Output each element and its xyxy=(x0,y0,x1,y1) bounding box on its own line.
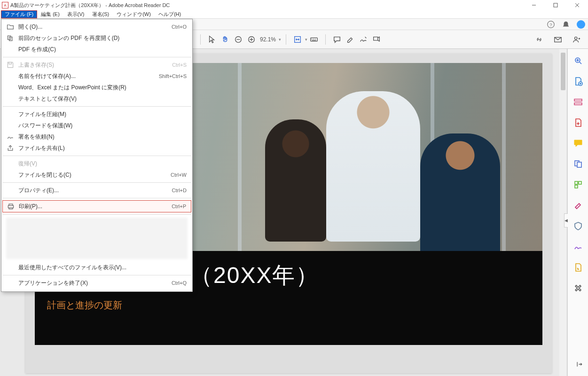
comment-tool-icon[interactable] xyxy=(573,138,583,149)
link-icon[interactable] xyxy=(533,33,546,46)
hand-tool[interactable] xyxy=(219,33,232,46)
mail-icon[interactable] xyxy=(551,33,564,46)
pdf-icon: A xyxy=(2,2,8,8)
convert-icon[interactable] xyxy=(573,262,583,273)
close-button[interactable] xyxy=(566,0,588,10)
menu-open[interactable]: 開く(O)...Ctrl+O xyxy=(1,21,192,32)
save-icon xyxy=(5,61,16,69)
menu-close[interactable]: ファイルを閉じる(C)Ctrl+W xyxy=(1,169,192,180)
zoom-value: 92.1% xyxy=(260,36,276,43)
menu-reqsign[interactable]: 署名を依頼(N) xyxy=(1,131,192,142)
menu-sign[interactable]: 署名(S) xyxy=(88,10,113,18)
folder-open-icon xyxy=(5,23,16,31)
svg-rect-17 xyxy=(575,185,578,188)
menu-create-pdf[interactable]: PDF を作成(C) xyxy=(1,44,192,55)
highlight-button[interactable] xyxy=(344,33,357,46)
share-person-icon[interactable] xyxy=(570,33,583,46)
doc-subtitle: 計画と進捗の更新 xyxy=(47,299,530,312)
fill-sign-icon[interactable] xyxy=(573,242,583,252)
menu-compress[interactable]: ファイルを圧縮(M) xyxy=(1,109,192,120)
svg-rect-0 xyxy=(554,3,557,7)
svg-rect-12 xyxy=(574,103,582,105)
help-icon[interactable]: ? xyxy=(547,20,555,29)
menu-reopen[interactable]: 前回のセッションの PDF を再度開く(D) xyxy=(1,32,192,44)
minimize-button[interactable] xyxy=(523,0,545,10)
maximize-button[interactable] xyxy=(545,0,566,10)
tools-rail: ◀ xyxy=(567,49,588,376)
organize-icon[interactable] xyxy=(573,180,583,190)
fit-width-button[interactable] xyxy=(291,33,304,46)
svg-rect-6 xyxy=(311,38,317,41)
svg-text:?: ? xyxy=(549,22,552,27)
zoom-dropdown[interactable]: ▾ xyxy=(279,37,281,42)
menu-convert[interactable]: Word、Excel または PowerPoint に変換(R) xyxy=(1,82,192,93)
menu-print[interactable]: 印刷(P)...Ctrl+P xyxy=(2,200,191,212)
title-bar: A A製品のマーケティング計画（20XX年） - Adobe Acrobat R… xyxy=(0,0,588,10)
menu-saveas[interactable]: 名前を付けて保存(A)...Shift+Ctrl+S xyxy=(1,70,192,82)
menu-properties[interactable]: プロパティ(E)...Ctrl+D xyxy=(1,185,192,196)
menu-file[interactable]: ファイル (F) xyxy=(1,10,37,18)
reopen-icon xyxy=(5,34,16,42)
avatar[interactable] xyxy=(577,20,585,29)
vertical-scrollbar[interactable] xyxy=(559,49,567,376)
menu-password[interactable]: パスワードを保護(W) xyxy=(1,120,192,131)
sign-button[interactable] xyxy=(357,33,370,46)
create-pdf-icon[interactable] xyxy=(573,118,583,128)
menu-savetext[interactable]: テキストとして保存(V) xyxy=(1,93,192,104)
svg-point-8 xyxy=(575,37,577,39)
svg-rect-14 xyxy=(577,162,581,167)
window-title: A製品のマーケティング計画（20XX年） - Adobe Acrobat Rea… xyxy=(10,2,170,9)
rail-collapse[interactable]: ◀ xyxy=(564,213,568,227)
print-icon xyxy=(6,203,16,210)
expand-rail-icon[interactable] xyxy=(576,360,583,369)
keyboard-icon[interactable] xyxy=(307,33,321,46)
svg-rect-16 xyxy=(579,181,581,184)
menu-share[interactable]: ファイルを共有(L) xyxy=(1,142,192,154)
zoom-out-button[interactable] xyxy=(232,33,245,46)
sign-icon xyxy=(5,133,16,141)
upload-icon xyxy=(5,144,16,152)
menu-recent[interactable]: 最近使用したすべてのファイルを表示(V)... xyxy=(1,262,192,273)
bell-icon[interactable] xyxy=(562,20,570,29)
compress-tool-icon[interactable] xyxy=(573,200,583,211)
menu-revert: 復帰(V) xyxy=(1,158,192,169)
menu-exit[interactable]: アプリケーションを終了(X)Ctrl+Q xyxy=(1,277,192,289)
menu-window[interactable]: ウィンドウ(W) xyxy=(113,10,155,18)
stamp-button[interactable] xyxy=(370,33,383,46)
pointer-tool[interactable] xyxy=(205,33,219,46)
menu-help[interactable]: ヘルプ(H) xyxy=(155,10,185,18)
protect-icon[interactable] xyxy=(573,221,583,231)
combine-icon[interactable] xyxy=(573,159,583,169)
menu-view[interactable]: 表示(V) xyxy=(63,10,88,18)
export-pdf-icon[interactable] xyxy=(573,76,583,86)
search-tool-icon[interactable] xyxy=(573,55,583,66)
comment-button[interactable] xyxy=(330,33,344,46)
menu-edit[interactable]: 編集 (E) xyxy=(37,10,63,18)
menu-bar: ファイル (F) 編集 (E) 表示(V) 署名(S) ウィンドウ(W) ヘルプ… xyxy=(0,10,588,19)
svg-rect-11 xyxy=(574,99,582,101)
file-menu-dropdown: 開く(O)...Ctrl+O 前回のセッションの PDF を再度開く(D) PD… xyxy=(1,19,193,292)
more-tools-icon[interactable] xyxy=(573,283,583,293)
zoom-in-button[interactable] xyxy=(245,33,258,46)
menu-save: 上書き保存(S)Ctrl+S xyxy=(1,59,192,70)
edit-pdf-icon[interactable] xyxy=(573,97,583,107)
recent-files-blurred xyxy=(6,218,188,259)
svg-rect-15 xyxy=(575,181,578,184)
